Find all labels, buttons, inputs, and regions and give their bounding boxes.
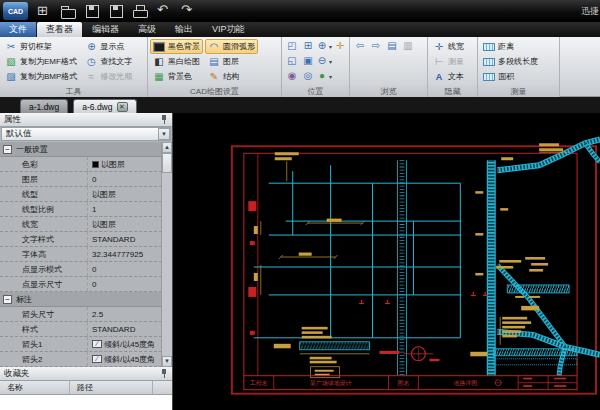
print-icon[interactable] bbox=[132, 3, 148, 19]
pan-button[interactable] bbox=[332, 39, 348, 53]
zoomout-button[interactable]: ▾ bbox=[316, 54, 332, 68]
new-icon[interactable] bbox=[36, 3, 52, 19]
save-as-icon[interactable] bbox=[108, 3, 124, 19]
cad-drawing-canvas[interactable]: 工程名 某广场绿地设计 图名 道路详图 bbox=[174, 113, 600, 410]
property-row[interactable]: 图层0 bbox=[0, 172, 162, 187]
findview-button[interactable] bbox=[300, 69, 316, 83]
app-logo-icon[interactable]: CAD bbox=[3, 2, 28, 20]
world-button[interactable]: ▾ bbox=[316, 69, 332, 83]
property-value[interactable]: 0 bbox=[88, 265, 162, 274]
prev-button[interactable] bbox=[352, 39, 368, 53]
bw-button[interactable]: 黑白绘图 bbox=[150, 54, 203, 69]
eye-button[interactable] bbox=[284, 69, 300, 83]
property-value[interactable]: 32.344777925 bbox=[88, 250, 162, 259]
property-value-text: 以图层 bbox=[101, 159, 125, 170]
property-row[interactable]: 文字样式STANDARD bbox=[0, 232, 162, 247]
save-icon[interactable] bbox=[84, 3, 100, 19]
world-icon bbox=[316, 70, 328, 82]
property-value[interactable]: 以图层 bbox=[88, 189, 162, 200]
collapse-icon[interactable]: − bbox=[3, 145, 12, 154]
blackbg-button[interactable]: 黑色背景 bbox=[150, 39, 203, 54]
crop-button[interactable]: 剪切框架 bbox=[2, 39, 80, 54]
area-button[interactable]: 面积 bbox=[480, 69, 541, 84]
ribbon-group-3: ▾▾▾位置 bbox=[282, 37, 350, 97]
menu-tab-output[interactable]: 输出 bbox=[166, 22, 202, 37]
plen-button[interactable]: 多段线长度 bbox=[480, 54, 541, 69]
measure-label: 测量 bbox=[448, 56, 464, 67]
menu-tab-viewer[interactable]: 查看器 bbox=[37, 22, 82, 37]
lw-button[interactable]: 线宽 bbox=[430, 39, 467, 54]
property-value[interactable]: 以图层 bbox=[88, 159, 162, 170]
property-row[interactable]: 样式STANDARD bbox=[0, 322, 162, 337]
favorites-col-path[interactable]: 路径 bbox=[70, 381, 153, 394]
property-value[interactable]: ∕倾斜/以45度角 bbox=[88, 354, 162, 365]
struct-icon bbox=[208, 71, 220, 83]
property-row[interactable]: 点显示尺寸0 bbox=[0, 277, 162, 292]
redo-icon[interactable] bbox=[180, 3, 196, 19]
pin-icon[interactable] bbox=[160, 368, 168, 379]
win-button[interactable] bbox=[284, 39, 300, 53]
properties-scrollbar[interactable]: ▲ ▼ bbox=[161, 142, 172, 367]
property-value[interactable]: 2.5 bbox=[88, 310, 162, 319]
property-value[interactable]: STANDARD bbox=[88, 235, 162, 244]
property-row[interactable]: 箭头1∕倾斜/以45度角 bbox=[0, 337, 162, 352]
cad-drawing: 工程名 某广场绿地设计 图名 道路详图 bbox=[174, 113, 600, 410]
next-button[interactable] bbox=[368, 39, 384, 53]
point-button[interactable]: 显示点 bbox=[82, 39, 135, 54]
menu-tab-editor[interactable]: 编辑器 bbox=[83, 22, 128, 37]
page-button[interactable] bbox=[384, 39, 400, 53]
property-value[interactable]: 0 bbox=[88, 280, 162, 289]
chevron-down-icon[interactable]: ▼ bbox=[158, 128, 170, 140]
menu-tab-file[interactable]: 文件 bbox=[0, 22, 36, 37]
copywin-button[interactable] bbox=[284, 54, 300, 68]
undo-icon[interactable] bbox=[156, 3, 172, 19]
findtext-button[interactable]: 查找文字 bbox=[82, 54, 135, 69]
scroll-thumb[interactable] bbox=[162, 153, 172, 173]
menu-tab-advanced[interactable]: 高级 bbox=[129, 22, 165, 37]
favorites-list[interactable] bbox=[0, 395, 172, 410]
scroll-up-icon[interactable]: ▲ bbox=[162, 142, 172, 153]
zoomin-button[interactable]: ▾ bbox=[316, 39, 332, 53]
page2-button[interactable] bbox=[400, 39, 416, 53]
property-row[interactable]: 箭头2∕倾斜/以45度角 bbox=[0, 352, 162, 367]
property-value[interactable]: STANDARD bbox=[88, 325, 162, 334]
property-row[interactable]: 线型以图层 bbox=[0, 187, 162, 202]
chevron-down-icon[interactable]: ▾ bbox=[329, 73, 332, 80]
property-value[interactable]: 以图层 bbox=[88, 219, 162, 230]
favorites-col-name[interactable]: 名称 bbox=[0, 381, 70, 394]
dist-button[interactable]: 距离 bbox=[480, 39, 541, 54]
preset-dropdown[interactable]: 默认值 ▼ bbox=[1, 127, 171, 141]
property-row[interactable]: 色彩以图层 bbox=[0, 157, 162, 172]
menu-tab-vip[interactable]: VIP功能 bbox=[203, 22, 254, 37]
struct-button[interactable]: 结构 bbox=[205, 69, 258, 84]
doc-tab-a-1[interactable]: a-1.dwg bbox=[20, 99, 68, 113]
copy-bmp-button[interactable]: 复制为BMP格式 bbox=[2, 69, 80, 84]
scroll-down-icon[interactable]: ▼ bbox=[162, 356, 172, 367]
property-row[interactable]: 线型比例1 bbox=[0, 202, 162, 217]
doc-tab-a-6[interactable]: a-6.dwg✕ bbox=[73, 99, 136, 113]
property-value[interactable]: 1 bbox=[88, 205, 162, 214]
property-key: 点显示尺寸 bbox=[0, 277, 88, 291]
layers-button[interactable]: 图层 bbox=[205, 54, 258, 69]
collapse-icon[interactable]: − bbox=[3, 295, 12, 304]
text-button[interactable]: 文本 bbox=[430, 69, 467, 84]
property-row[interactable]: 箭头尺寸2.5 bbox=[0, 307, 162, 322]
arc-label: 圆滑弧形 bbox=[223, 41, 255, 52]
arc-button[interactable]: 圆滑弧形 bbox=[205, 39, 258, 54]
property-row[interactable]: 字体高32.344777925 bbox=[0, 247, 162, 262]
bgcolor-button[interactable]: 背景色 bbox=[150, 69, 203, 84]
pin-icon[interactable] bbox=[160, 114, 168, 125]
property-value[interactable]: 0 bbox=[88, 175, 162, 184]
property-value[interactable]: ∕倾斜/以45度角 bbox=[88, 339, 162, 350]
property-row[interactable]: 线宽以图层 bbox=[0, 217, 162, 232]
property-row[interactable]: 点显示模式0 bbox=[0, 262, 162, 277]
section-symbol bbox=[380, 347, 440, 361]
extents-button[interactable] bbox=[300, 54, 316, 68]
chevron-down-icon[interactable]: ▾ bbox=[329, 58, 332, 65]
copy-emf-button[interactable]: 复制为EMF格式 bbox=[2, 54, 80, 69]
open-icon[interactable] bbox=[60, 3, 76, 19]
close-icon[interactable]: ✕ bbox=[117, 102, 128, 112]
zoomwin-button[interactable] bbox=[300, 39, 316, 53]
next-icon bbox=[370, 40, 382, 52]
layers-label: 图层 bbox=[223, 56, 239, 67]
